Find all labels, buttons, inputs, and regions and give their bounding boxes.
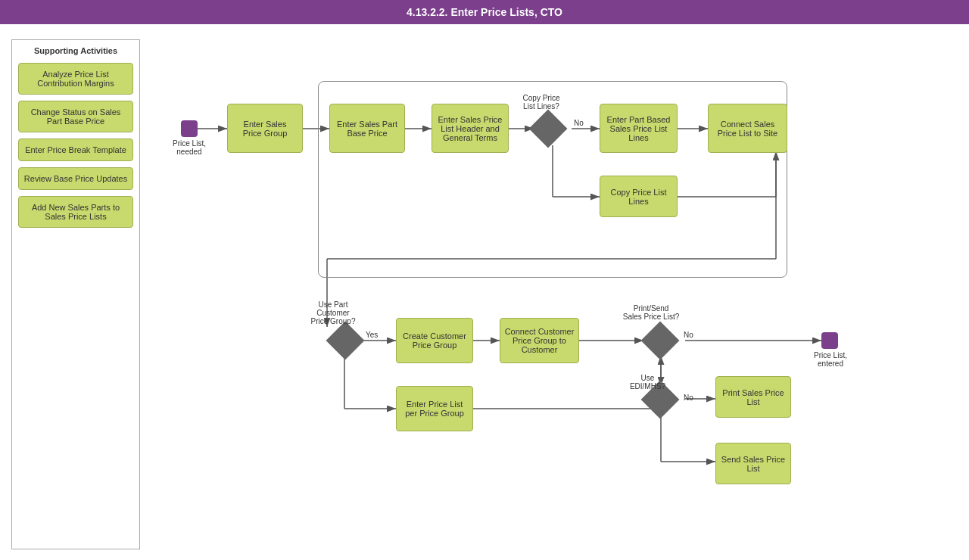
node-connect-customer-price-group[interactable]: Connect CustomerPrice Group toCustomer bbox=[500, 318, 579, 363]
node-enter-sales-price-group[interactable]: Enter SalesPrice Group bbox=[227, 104, 303, 153]
start-label: Price List,needed bbox=[170, 139, 208, 156]
sidebar-item-change-status[interactable]: Change Status on Sales Part Base Price bbox=[18, 101, 133, 132]
node-enter-price-list-per-group[interactable]: Enter Price Listper Price Group bbox=[396, 386, 473, 431]
node-create-customer-price-group[interactable]: Create CustomerPrice Group bbox=[396, 318, 473, 363]
node-print-sales-price-list[interactable]: Print Sales PriceList bbox=[715, 376, 791, 418]
node-enter-sales-price-list-header[interactable]: Enter Sales PriceList Header andGeneral … bbox=[432, 104, 509, 153]
diagram-canvas: Price List,needed Enter SalesPrice Group… bbox=[140, 24, 969, 560]
diamond-copy-label: Copy PriceList Lines? bbox=[511, 94, 572, 110]
diamond-print-send-label: Print/SendSales Price List? bbox=[617, 304, 685, 321]
sidebar-item-review-base[interactable]: Review Base Price Updates bbox=[18, 167, 133, 190]
diamond-print-send bbox=[641, 322, 680, 360]
sidebar: Supporting Activities Analyze Price List… bbox=[11, 39, 140, 549]
page-header: 4.13.2.2. Enter Price Lists, CTO bbox=[0, 0, 969, 24]
node-connect-sales-price-list-site[interactable]: Connect SalesPrice List to Site bbox=[708, 104, 787, 153]
node-copy-price-list-lines[interactable]: Copy Price ListLines bbox=[600, 176, 678, 217]
diamond-use-part-customer bbox=[326, 322, 365, 360]
sidebar-item-analyze[interactable]: Analyze Price List Contribution Margins bbox=[18, 63, 133, 95]
node-enter-sales-part-base-price[interactable]: Enter Sales PartBase Price bbox=[329, 104, 405, 153]
sidebar-title: Supporting Activities bbox=[18, 46, 133, 55]
flow-label-d1-no: No bbox=[574, 119, 584, 127]
sidebar-item-add-sales[interactable]: Add New Sales Parts to Sales Price Lists bbox=[18, 196, 133, 228]
flow-label-d3-no: No bbox=[684, 331, 693, 339]
node-send-sales-price-list[interactable]: Send Sales PriceList bbox=[715, 443, 791, 484]
node-enter-part-based-sales[interactable]: Enter Part BasedSales Price ListLines bbox=[600, 104, 678, 153]
header-title: 4.13.2.2. Enter Price Lists, CTO bbox=[407, 6, 562, 18]
diamond-use-edi-label: UseEDI/MHS? bbox=[623, 374, 672, 390]
end-oval bbox=[821, 332, 838, 349]
start-oval bbox=[181, 120, 198, 137]
flow-label-d4-no: No bbox=[684, 394, 693, 402]
sidebar-item-enter-break[interactable]: Enter Price Break Template bbox=[18, 138, 133, 161]
end-label: Price List,entered bbox=[811, 351, 850, 368]
flow-label-d2-yes: Yes bbox=[366, 331, 378, 339]
diamond-use-part-label: Use PartCustomerPrice Group? bbox=[303, 300, 363, 325]
